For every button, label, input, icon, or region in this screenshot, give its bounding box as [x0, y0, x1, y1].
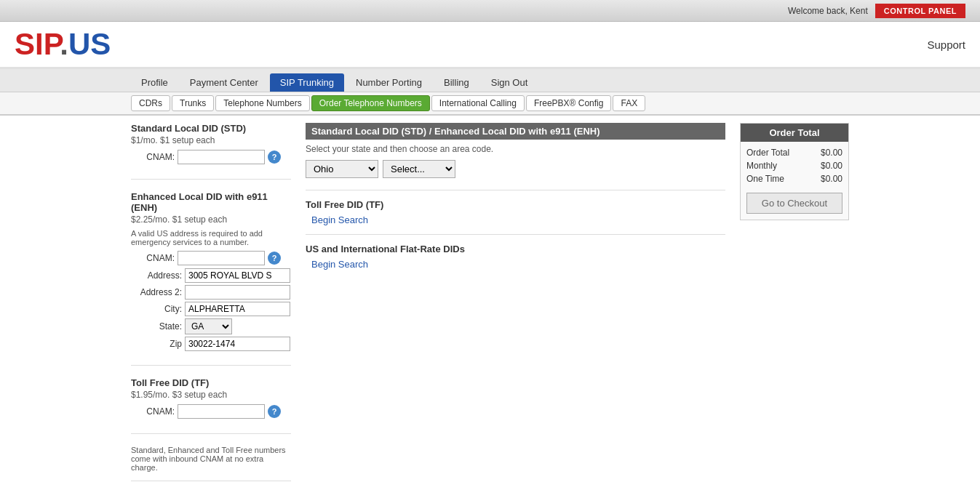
standard-did-section: Standard Local DID (STD) $1/mo. $1 setup…	[131, 123, 291, 180]
nav-profile[interactable]: Profile	[131, 73, 178, 92]
enhanced-did-note: A valid US address is required to add em…	[131, 229, 291, 246]
enhanced-address-label: Address:	[131, 270, 182, 281]
content-wrapper: Standard Local DID (STD) $1/mo. $1 setup…	[0, 116, 980, 482]
order-total-header: Order Total	[741, 124, 848, 142]
enhanced-cnam-input[interactable]	[178, 251, 265, 265]
enhanced-state-row: State: GA AL AK AZ	[131, 318, 291, 334]
top-bar: Welcome back, Kent CONTROL PANEL	[0, 0, 980, 22]
sub-nav: CDRs Trunks Telephone Numbers Order Tele…	[0, 92, 980, 116]
tab-cdrs[interactable]: CDRs	[131, 95, 170, 111]
enhanced-did-section: Enhanced Local DID with e911 (ENH) $2.25…	[131, 191, 291, 366]
toll-free-cnam-label: CNAM:	[131, 406, 175, 417]
enhanced-zip-input[interactable]	[185, 337, 290, 351]
enhanced-cnam-help-button[interactable]: ?	[268, 252, 281, 265]
area-code-select[interactable]: Select...	[383, 160, 455, 178]
toll-free-cnam-row: CNAM: ?	[131, 404, 291, 419]
toll-free-right-title: Toll Free DID (TF)	[306, 199, 725, 210]
header: SIP.US Support	[0, 22, 980, 69]
enhanced-address2-label: Address 2:	[131, 287, 182, 297]
enhanced-state-label: State:	[131, 321, 182, 332]
flat-rate-right-title: US and International Flat-Rate DIDs	[306, 244, 725, 254]
enhanced-state-select[interactable]: GA AL AK AZ	[185, 318, 232, 334]
logo-sip: SIP	[15, 27, 60, 61]
tab-fax[interactable]: FAX	[613, 95, 645, 111]
std-section-title-bar: Standard Local DID (STD) / Enhanced Loca…	[306, 123, 725, 140]
enhanced-city-label: City:	[131, 304, 182, 314]
nav-billing[interactable]: Billing	[434, 73, 479, 92]
monthly-value: $0.00	[821, 161, 842, 171]
enhanced-zip-label: Zip	[131, 339, 182, 349]
checkout-button[interactable]: Go to Checkout	[746, 193, 842, 214]
enhanced-address2-input[interactable]	[185, 285, 290, 300]
logo: SIP.US	[15, 29, 111, 60]
standard-cnam-row: CNAM: ?	[131, 150, 291, 164]
enhanced-address2-row: Address 2:	[131, 285, 291, 300]
main-nav: Profile Payment Center SIP Trunking Numb…	[0, 69, 980, 92]
enhanced-address-row: Address:	[131, 268, 291, 283]
support-link[interactable]: Support	[927, 39, 965, 51]
standard-cnam-input[interactable]	[178, 150, 265, 164]
tab-order-telephone-numbers[interactable]: Order Telephone Numbers	[311, 95, 430, 111]
tab-international-calling[interactable]: International Calling	[431, 95, 525, 111]
order-total-label: Order Total	[746, 148, 789, 158]
toll-free-search-link[interactable]: Begin Search	[311, 214, 368, 225]
control-panel-button[interactable]: CONTROL PANEL	[875, 4, 965, 18]
std-section-subtitle: Select your state and then choose an are…	[306, 144, 725, 154]
main-nav-tabs: Profile Payment Center SIP Trunking Numb…	[131, 73, 849, 92]
enhanced-city-row: City:	[131, 302, 291, 316]
order-total-row: Order Total $0.00	[746, 148, 842, 158]
flat-rate-search-link[interactable]: Begin Search	[311, 259, 368, 270]
enhanced-cnam-row: CNAM: ?	[131, 251, 291, 265]
standard-did-title: Standard Local DID (STD)	[131, 123, 291, 134]
standard-cnam-label: CNAM:	[131, 152, 175, 162]
order-total-body: Order Total $0.00 Monthly $0.00 One Time…	[741, 142, 848, 220]
tab-trunks[interactable]: Trunks	[172, 95, 214, 111]
toll-free-title: Toll Free DID (TF)	[131, 377, 291, 388]
enhanced-cnam-label: CNAM:	[131, 253, 175, 263]
logo-us: US	[68, 27, 111, 61]
welcome-message: Welcome back, Kent	[788, 6, 868, 16]
toll-free-section: Toll Free DID (TF) $1.95/mo. $3 setup ea…	[131, 377, 291, 434]
state-select-main[interactable]: Ohio Alabama Alaska Arizona California G…	[306, 160, 378, 178]
nav-number-porting[interactable]: Number Porting	[346, 73, 432, 92]
toll-free-cnam-input[interactable]	[178, 404, 265, 419]
monthly-label: Monthly	[746, 161, 777, 171]
order-total-box: Order Total Order Total $0.00 Monthly $0…	[740, 123, 849, 220]
logo-dot: .	[60, 27, 68, 61]
standard-cnam-help-button[interactable]: ?	[268, 150, 281, 164]
state-area-row: Ohio Alabama Alaska Arizona California G…	[306, 160, 725, 178]
monthly-row: Monthly $0.00	[746, 161, 842, 171]
order-panel: Order Total Order Total $0.00 Monthly $0…	[740, 123, 849, 482]
nav-sip-trunking[interactable]: SIP Trunking	[270, 73, 344, 92]
footer-note: Standard, Enhanced and Toll Free numbers…	[131, 446, 291, 472]
left-panel: Standard Local DID (STD) $1/mo. $1 setup…	[131, 123, 291, 482]
enhanced-zip-row: Zip	[131, 337, 291, 351]
toll-free-price: $1.95/mo. $3 setup each	[131, 390, 291, 400]
one-time-value: $0.00	[821, 174, 842, 184]
one-time-label: One Time	[746, 174, 784, 184]
nav-sign-out[interactable]: Sign Out	[481, 73, 538, 92]
tab-freepbx-config[interactable]: FreePBX® Config	[526, 95, 612, 111]
enhanced-address-input[interactable]	[185, 268, 290, 283]
enhanced-did-title: Enhanced Local DID with e911 (ENH)	[131, 191, 291, 213]
one-time-row: One Time $0.00	[746, 174, 842, 184]
nav-payment-center[interactable]: Payment Center	[180, 73, 268, 92]
enhanced-did-price: $2.25/mo. $1 setup each	[131, 214, 291, 225]
toll-free-cnam-help-button[interactable]: ?	[268, 405, 281, 418]
tab-telephone-numbers[interactable]: Telephone Numbers	[215, 95, 309, 111]
standard-did-price: $1/mo. $1 setup each	[131, 135, 291, 145]
enhanced-city-input[interactable]	[185, 302, 290, 316]
order-total-value: $0.00	[821, 148, 842, 158]
right-panel: Standard Local DID (STD) / Enhanced Loca…	[306, 123, 725, 482]
